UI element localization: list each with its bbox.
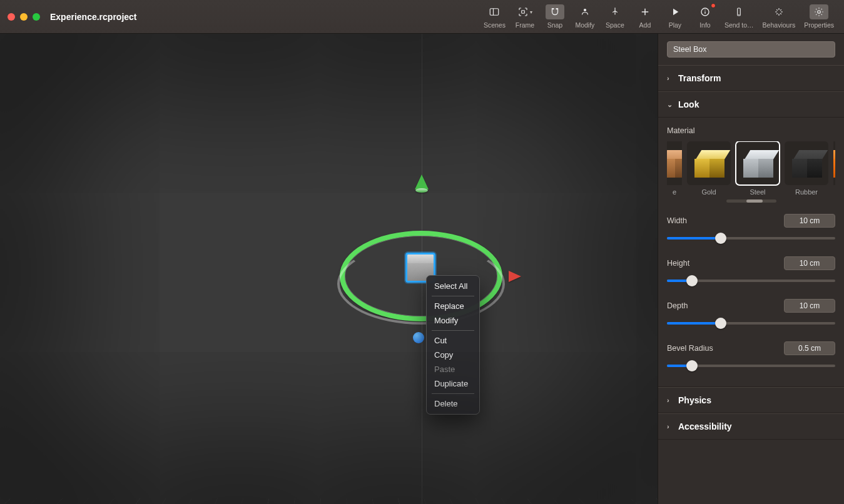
frame-icon: ▾	[516, 4, 534, 19]
ctx-select-all[interactable]: Select All	[427, 279, 479, 293]
properties-button[interactable]: Properties	[801, 3, 836, 30]
param-bevel: Bevel Radius 0.5 cm	[667, 341, 835, 373]
ctx-delete[interactable]: Delete	[427, 396, 479, 411]
ctx-replace[interactable]: Replace	[427, 299, 479, 313]
svg-rect-0	[491, 9, 499, 16]
magnet-icon	[546, 4, 564, 19]
svg-rect-2	[522, 11, 525, 14]
material-scrollbar[interactable]	[726, 199, 776, 203]
context-menu: Select All Replace Modify Cut Copy Paste…	[426, 275, 480, 415]
material-gold[interactable]: Gold	[687, 141, 731, 196]
svg-point-11	[818, 11, 821, 14]
svg-point-3	[584, 9, 586, 11]
material-picker[interactable]: e Gold Steel Rubber	[667, 141, 835, 196]
z-axis-handle[interactable]	[413, 332, 424, 343]
x-axis-handle[interactable]	[509, 271, 521, 282]
sidebar-icon	[485, 4, 504, 19]
section-transform-header[interactable]: › Transform	[658, 65, 844, 91]
param-depth: Depth 10 cm	[667, 299, 835, 330]
frame-button[interactable]: ▾ Frame	[512, 3, 538, 30]
depth-value[interactable]: 10 cm	[784, 299, 835, 313]
chevron-down-icon: ⌄	[667, 101, 673, 109]
ctx-duplicate[interactable]: Duplicate	[427, 376, 479, 391]
minimize-window-button[interactable]	[20, 13, 28, 21]
zoom-window-button[interactable]	[33, 13, 40, 21]
object-name-field[interactable]: Steel Box	[667, 41, 835, 58]
width-slider[interactable]	[667, 231, 835, 245]
height-slider[interactable]	[667, 274, 835, 288]
notification-badge	[711, 3, 716, 8]
info-icon	[696, 4, 714, 19]
section-physics-header[interactable]: › Physics	[658, 387, 844, 413]
section-accessibility-header[interactable]: › Accessibility	[658, 413, 844, 440]
material-bronze[interactable]: e	[667, 141, 682, 196]
section-look-header[interactable]: ⌄ Look	[658, 91, 844, 118]
ctx-cut[interactable]: Cut	[427, 333, 479, 348]
sparkle-icon	[770, 4, 788, 19]
device-icon	[730, 4, 748, 19]
behaviours-button[interactable]: Behaviours	[760, 3, 798, 30]
add-button[interactable]: Add	[632, 3, 658, 30]
grid-floor	[0, 498, 658, 504]
gear-icon	[810, 4, 828, 19]
space-button[interactable]: Space	[602, 3, 628, 30]
ctx-modify[interactable]: Modify	[427, 313, 479, 328]
height-value[interactable]: 10 cm	[784, 256, 835, 270]
material-next[interactable]	[833, 141, 835, 196]
chevron-right-icon: ›	[667, 74, 673, 82]
depth-slider[interactable]	[667, 316, 835, 330]
window-title: Experience.rcproject	[50, 12, 137, 22]
width-value[interactable]: 10 cm	[784, 214, 835, 228]
window-controls	[8, 13, 40, 21]
close-window-button[interactable]	[8, 13, 15, 21]
play-icon	[666, 4, 684, 19]
ctx-copy[interactable]: Copy	[427, 348, 479, 362]
material-label: Material	[667, 126, 835, 135]
space-icon	[606, 4, 624, 19]
modify-icon	[576, 4, 594, 19]
info-button[interactable]: Info	[692, 3, 718, 30]
viewport-3d[interactable]: Select All Replace Modify Cut Copy Paste…	[0, 34, 658, 504]
chevron-right-icon: ›	[667, 423, 673, 430]
plus-icon	[636, 4, 654, 19]
modify-button[interactable]: Modify	[572, 3, 598, 30]
svg-point-8	[704, 9, 706, 11]
toolbar: Experience.rcproject Scenes ▾ Frame Snap	[0, 0, 844, 34]
height-label: Height	[667, 259, 689, 268]
material-rubber[interactable]: Rubber	[785, 141, 828, 196]
play-button[interactable]: Play	[662, 3, 688, 30]
ctx-paste: Paste	[427, 362, 479, 376]
bevel-slider[interactable]	[667, 359, 835, 373]
snap-button[interactable]: Snap	[542, 3, 568, 30]
y-axis-handle[interactable]	[415, 174, 429, 189]
param-height: Height 10 cm	[667, 256, 835, 288]
param-width: Width 10 cm	[667, 214, 835, 245]
bevel-label: Bevel Radius	[667, 344, 713, 353]
object-name-value: Steel Box	[673, 45, 707, 54]
look-section-body: Material e Gold Steel Rubber	[658, 118, 844, 387]
material-steel[interactable]: Steel	[736, 141, 780, 196]
send-to-button[interactable]: Send to…	[722, 3, 756, 30]
depth-label: Depth	[667, 301, 688, 310]
scenes-button[interactable]: Scenes	[481, 3, 508, 30]
inspector-panel: Steel Box › Transform ⌄ Look Material e …	[658, 34, 844, 504]
bevel-value[interactable]: 0.5 cm	[784, 341, 835, 355]
chevron-right-icon: ›	[667, 396, 673, 404]
width-label: Width	[667, 216, 687, 225]
